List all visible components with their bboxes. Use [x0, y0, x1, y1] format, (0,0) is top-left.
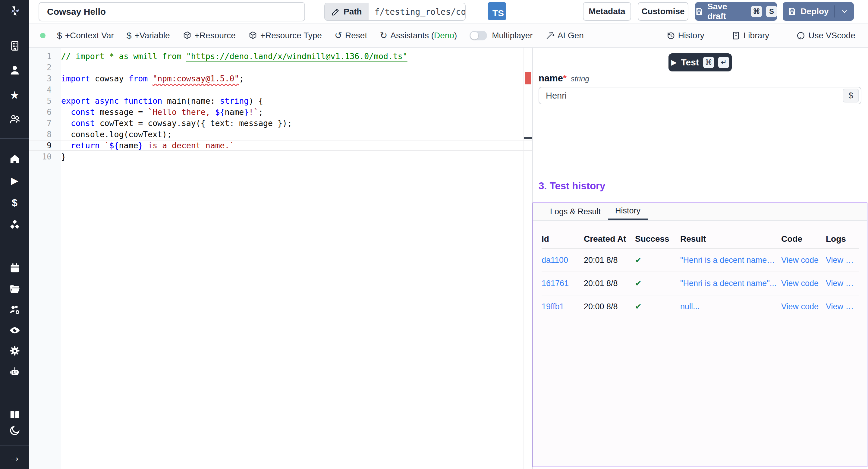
- line-number: 2: [29, 63, 61, 72]
- test-label: Test: [681, 57, 699, 67]
- add-variable-button[interactable]: $ +Variable: [127, 31, 170, 40]
- chevron-down-icon[interactable]: [840, 7, 849, 16]
- overview-ruler: [524, 48, 524, 469]
- insert-variable-button[interactable]: $: [843, 89, 859, 102]
- line-number: 6: [29, 107, 61, 117]
- use-vscode-label: Use VScode: [808, 31, 855, 40]
- save-icon: [788, 7, 796, 16]
- boxes-icon[interactable]: [0, 218, 29, 232]
- test-button[interactable]: ▶ Test ⌘ ↵: [669, 53, 732, 71]
- robot-icon[interactable]: [0, 365, 29, 379]
- metadata-label: Metadata: [589, 7, 625, 16]
- job-id-link[interactable]: da1100: [541, 256, 584, 265]
- moon-icon[interactable]: [0, 423, 29, 438]
- language-badge-ts: TS: [488, 2, 506, 20]
- deploy-button[interactable]: Deploy: [783, 2, 854, 21]
- eye-icon[interactable]: [0, 323, 29, 338]
- home-icon[interactable]: [0, 152, 29, 166]
- refresh-icon: ↻: [380, 31, 387, 40]
- dollar-icon[interactable]: $: [0, 195, 29, 210]
- tab-logs-result[interactable]: Logs & Result: [543, 203, 608, 220]
- code-line[interactable]: 8 console.log(cowText);: [29, 129, 532, 140]
- name-field: $: [538, 87, 861, 104]
- script-title-input[interactable]: [38, 2, 305, 22]
- view-code-link[interactable]: View code: [781, 279, 826, 288]
- test-history-heading: 3. Test history: [538, 180, 605, 192]
- code-line[interactable]: 4: [29, 84, 532, 95]
- deploy-separator: [834, 5, 835, 18]
- success-check-icon: ✔: [635, 302, 680, 311]
- tab-history[interactable]: History: [608, 203, 648, 220]
- panel-divider[interactable]: [532, 48, 532, 469]
- calendar-icon[interactable]: [0, 261, 29, 275]
- code-line[interactable]: 5export async function main(name: string…: [29, 95, 532, 106]
- save-icon: [695, 7, 703, 16]
- vscode-icon: [796, 31, 805, 40]
- assistants-button[interactable]: ↻ Assistants (Deno): [380, 31, 457, 40]
- add-resource-type-label: +Resource Type: [260, 31, 322, 40]
- gear-icon[interactable]: [0, 344, 29, 358]
- sidebar: ★ ▶ $ →: [0, 0, 29, 469]
- pencil-icon: [332, 7, 340, 16]
- book-open-icon[interactable]: [0, 408, 29, 422]
- folder-open-icon[interactable]: [0, 282, 29, 296]
- job-id-link[interactable]: 161761: [541, 279, 584, 288]
- code-text: const cowText = cowsay.say({ text: messa…: [61, 119, 292, 128]
- result-link[interactable]: "Henri is a decent name."...: [680, 256, 781, 265]
- saved-status-dot: [40, 33, 45, 38]
- assistants-label: Assistants (Deno): [390, 31, 457, 40]
- code-line[interactable]: 10}: [29, 151, 532, 162]
- ai-gen-button[interactable]: AI Gen: [546, 31, 584, 40]
- use-vscode-button[interactable]: Use VScode: [796, 31, 855, 40]
- code-line[interactable]: 6 const message = `Hello there, ${name}!…: [29, 106, 532, 118]
- add-resource-type-button[interactable]: +Resource Type: [248, 31, 322, 40]
- building-icon[interactable]: [0, 39, 29, 53]
- created-at: 20:01 8/8: [584, 279, 635, 288]
- code-line[interactable]: 7 const cowText = cowsay.say({ text: mes…: [29, 118, 532, 129]
- code-line[interactable]: 3import cowsay from "npm:cowsay@1.5.0";: [29, 73, 532, 84]
- code-line[interactable]: 1// import * as wmill from "https://deno…: [29, 51, 532, 62]
- metadata-button[interactable]: Metadata: [583, 2, 631, 21]
- code-text: console.log(cowText);: [61, 130, 172, 139]
- arrow-right-icon[interactable]: →: [0, 450, 29, 464]
- code-line[interactable]: 9 return `${name} is a decent name.`: [29, 140, 532, 151]
- book-icon: [732, 31, 741, 40]
- history-tabs: Logs & Result History: [533, 203, 867, 221]
- history-button[interactable]: History: [666, 31, 704, 40]
- path-button[interactable]: Path: [325, 3, 369, 20]
- multiplayer-toggle[interactable]: [470, 31, 487, 40]
- result-link[interactable]: "Henri is a decent name"...: [680, 279, 781, 288]
- library-label: Library: [744, 31, 770, 40]
- column-header: Id: [541, 234, 584, 244]
- library-button[interactable]: Library: [732, 31, 770, 40]
- reset-button[interactable]: ↺ Reset: [335, 31, 367, 40]
- view-code-link[interactable]: View code: [781, 302, 826, 311]
- view-logs-link[interactable]: View logs: [826, 256, 859, 265]
- view-logs-link[interactable]: View logs: [826, 279, 859, 288]
- line-number: 4: [29, 85, 61, 94]
- user-icon[interactable]: [0, 63, 29, 77]
- job-id-link[interactable]: 19ffb1: [541, 302, 584, 311]
- view-logs-link[interactable]: View logs: [826, 302, 859, 311]
- star-icon[interactable]: ★: [0, 88, 29, 102]
- add-context-var-button[interactable]: $ +Context Var: [57, 31, 114, 40]
- column-header: Code: [781, 234, 826, 244]
- success-check-icon: ✔: [635, 279, 680, 288]
- history-table: IdCreated AtSuccessResultCodeLogs da1100…: [533, 221, 867, 318]
- save-draft-button[interactable]: Save draft ⌘ S: [695, 2, 777, 21]
- users-icon[interactable]: [0, 112, 29, 126]
- play-icon[interactable]: ▶: [0, 173, 29, 188]
- field-name: name*: [538, 73, 567, 84]
- view-code-link[interactable]: View code: [781, 256, 826, 265]
- customise-button[interactable]: Customise: [638, 2, 688, 21]
- add-resource-button[interactable]: +Resource: [183, 31, 236, 40]
- code-editor[interactable]: 1// import * as wmill from "https://deno…: [29, 48, 532, 469]
- code-line[interactable]: 2: [29, 62, 532, 73]
- users-gear-icon[interactable]: [0, 302, 29, 317]
- windmill-logo[interactable]: [0, 4, 29, 19]
- toggle-knob: [470, 32, 478, 39]
- code-text: // import * as wmill from "https://deno.…: [61, 52, 407, 61]
- path-value-input[interactable]: f/testing_roles/cowsa: [369, 3, 465, 20]
- name-input[interactable]: [539, 91, 843, 101]
- result-link[interactable]: null...: [680, 302, 781, 311]
